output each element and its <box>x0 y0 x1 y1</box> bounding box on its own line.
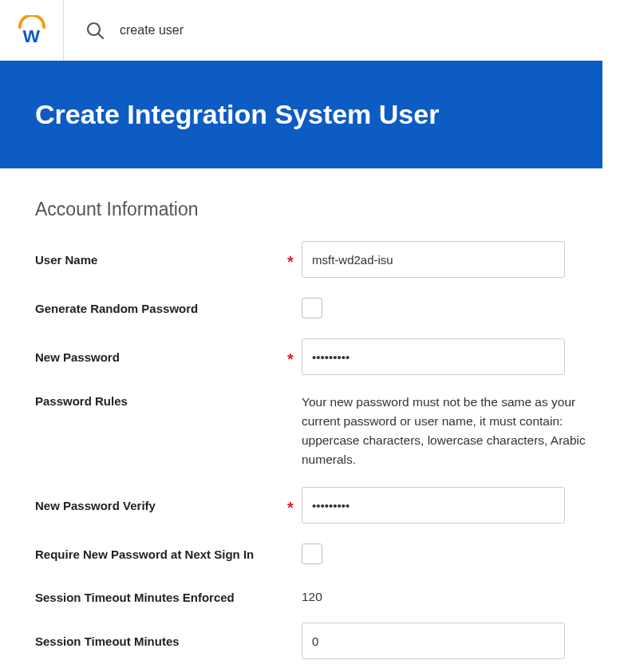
label-password-rules: Password Rules <box>35 393 287 408</box>
session-timeout-input[interactable] <box>302 623 565 659</box>
label-session-timeout-enforced: Session Timeout Minutes Enforced <box>35 591 287 604</box>
label-generate-random-password: Generate Random Password <box>35 302 287 315</box>
session-timeout-enforced-value: 120 <box>302 590 322 604</box>
row-new-password-verify: New Password Verify * <box>35 487 620 524</box>
generate-random-password-checkbox[interactable] <box>302 298 322 318</box>
required-marker: * <box>287 253 302 271</box>
new-password-verify-input[interactable] <box>302 487 565 524</box>
user-name-input[interactable] <box>302 241 565 278</box>
search-area <box>64 20 439 41</box>
app-logo: W <box>0 0 64 61</box>
page-banner: Create Integration System User <box>0 61 602 168</box>
search-input[interactable] <box>120 23 439 38</box>
row-session-timeout: Session Timeout Minutes <box>35 623 620 659</box>
svg-line-2 <box>99 34 104 39</box>
row-user-name: User Name * <box>35 241 620 278</box>
row-new-password: New Password * <box>35 338 620 375</box>
section-title: Account Information <box>35 199 620 220</box>
page-title: Create Integration System User <box>35 99 602 130</box>
search-icon <box>85 20 105 41</box>
label-require-new-password: Require New Password at Next Sign In <box>35 547 287 561</box>
row-password-rules: Password Rules Your new password must no… <box>35 393 620 469</box>
new-password-input[interactable] <box>302 338 565 375</box>
label-user-name: User Name <box>35 253 287 267</box>
required-marker: * <box>287 499 302 517</box>
row-session-timeout-enforced: Session Timeout Minutes Enforced 120 <box>35 584 620 610</box>
require-new-password-checkbox[interactable] <box>302 544 322 564</box>
workday-logo-icon: W <box>17 15 47 45</box>
svg-text:W: W <box>22 26 40 45</box>
top-header: W <box>0 0 620 61</box>
label-new-password-verify: New Password Verify <box>35 499 287 512</box>
row-require-new-password: Require New Password at Next Sign In <box>35 541 620 567</box>
row-generate-random-password: Generate Random Password <box>35 295 620 321</box>
required-marker: * <box>287 350 302 369</box>
form-content: Account Information User Name * Generate… <box>0 168 620 672</box>
label-session-timeout: Session Timeout Minutes <box>35 634 287 648</box>
password-rules-text: Your new password must not be the same a… <box>302 393 605 469</box>
label-new-password: New Password <box>35 350 287 364</box>
